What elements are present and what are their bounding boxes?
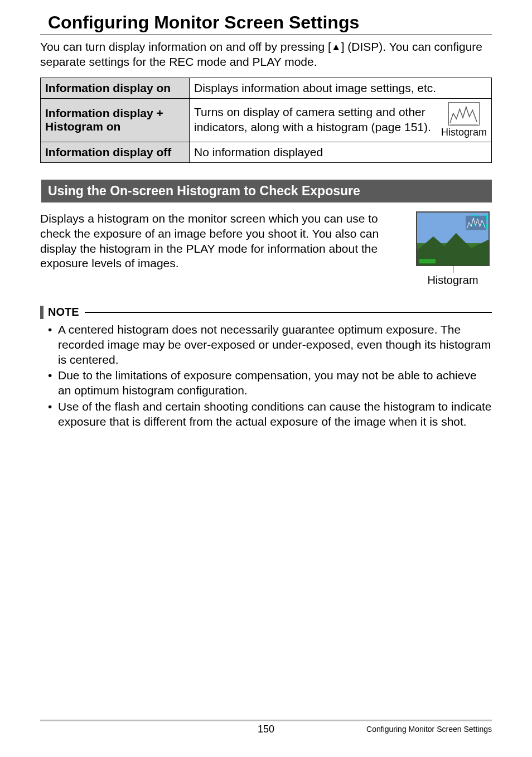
note-label: NOTE (48, 306, 79, 319)
notes-list: A centered histogram does not necessaril… (40, 322, 492, 430)
intro-text-pre: You can turn display information on and … (40, 40, 331, 53)
histogram-figure: Histogram (414, 211, 492, 287)
histogram-mini-caption: Histogram (441, 127, 487, 138)
histogram-caption: Histogram (427, 274, 478, 287)
display-modes-table: Information display on Displays informat… (40, 78, 492, 163)
up-triangle-icon: ▲ (331, 41, 341, 54)
table-row: Information display on Displays informat… (41, 78, 492, 98)
histogram-section: Displays a histogram on the monitor scre… (40, 211, 492, 287)
monitor-screen-icon (416, 211, 490, 266)
page-number: 150 (258, 724, 274, 735)
table-row: Information display + Histogram on Turns… (41, 98, 492, 142)
pointer-line-icon (453, 265, 453, 273)
row2-label: Information display + Histogram on (41, 98, 190, 142)
section-body: Displays a histogram on the monitor scre… (40, 211, 403, 272)
page-title: Configuring Monitor Screen Settings (40, 12, 492, 33)
table-row: Information display off No information d… (41, 142, 492, 162)
histogram-mini-icon (448, 102, 480, 126)
list-item: Due to the limitations of exposure compe… (50, 368, 492, 398)
row2-cell: Turns on display of camera setting and o… (189, 98, 491, 142)
list-item: A centered histogram does not necessaril… (50, 322, 492, 368)
histogram-mini-figure: Histogram (441, 102, 487, 138)
footer-section-title: Configuring Monitor Screen Settings (366, 725, 492, 734)
page-footer: 150 Configuring Monitor Screen Settings (40, 720, 492, 734)
row3-label: Information display off (41, 142, 190, 162)
section-heading: Using the On-screen Histogram to Check E… (41, 180, 492, 202)
note-bar-icon (40, 306, 43, 319)
title-wrap: Configuring Monitor Screen Settings (40, 12, 492, 35)
page-content: Configuring Monitor Screen Settings You … (0, 0, 532, 430)
intro-paragraph: You can turn display information on and … (40, 40, 492, 70)
row1-label: Information display on (41, 78, 190, 98)
list-item: Use of the flash and certain shooting co… (50, 399, 492, 430)
note-rule-icon (85, 312, 492, 313)
row2-desc: Turns on display of camera setting and o… (194, 105, 434, 135)
row3-desc: No information displayed (189, 142, 491, 162)
note-heading-row: NOTE (40, 306, 492, 319)
row1-desc: Displays information about image setting… (189, 78, 491, 98)
